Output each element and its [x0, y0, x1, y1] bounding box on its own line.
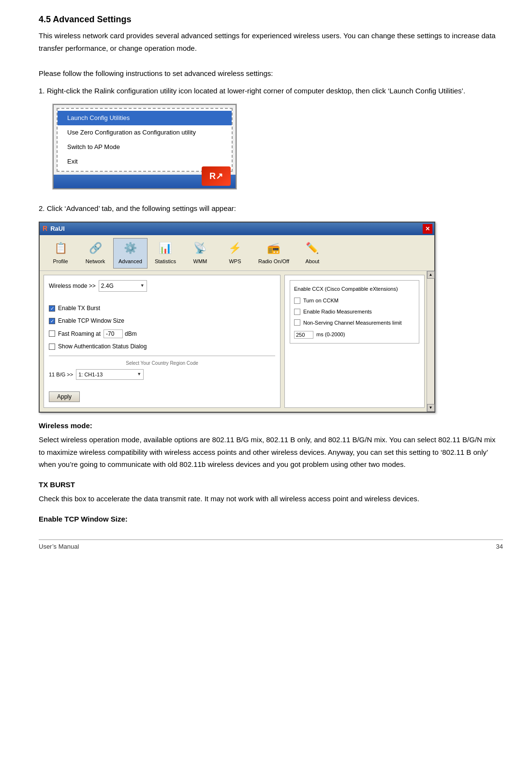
checkbox-fast-roaming-box[interactable]: [49, 330, 55, 337]
network-icon: 🔗: [87, 240, 104, 256]
wireless-mode-dropdown[interactable]: 2.4G ▼: [99, 280, 147, 292]
context-menu-item-switch-ap: Switch to AP Mode: [58, 140, 232, 154]
checkbox-tcp-window: Enable TCP Window Size: [49, 316, 275, 326]
step-1-text: Right-click the Ralink configuration uti…: [47, 87, 465, 95]
toolbar-label-wps: WPS: [229, 257, 241, 266]
toolbar-label-profile: Profile: [53, 257, 68, 266]
country-region-section: Select Your Country Region Code 11 B/G >…: [49, 356, 275, 380]
context-menu-inner: Launch Config Utilities Use Zero Configu…: [57, 108, 233, 172]
statistics-icon: 📊: [157, 240, 174, 256]
ccx-checkbox-cckm: Turn on CCKM: [294, 296, 415, 305]
tx-burst-title: TX BURST: [39, 479, 503, 491]
toolbar-btn-radio[interactable]: 📻 Radio On/Off: [253, 238, 295, 269]
ccx-title: Enable CCX (Cisco Compatible eXtensions): [294, 284, 415, 294]
raui-close-button[interactable]: ✕: [423, 224, 432, 234]
toolbar-label-statistics: Statistics: [155, 257, 176, 266]
scroll-track: [427, 279, 434, 404]
checkbox-fast-roaming: Fast Roaming at dBm: [49, 329, 275, 339]
raui-titlebar: R RaUI ✕: [40, 223, 434, 235]
country-dropdown[interactable]: 1: CH1-13 ▼: [76, 369, 144, 380]
country-dropdown-arrow: ▼: [137, 371, 141, 378]
checkbox-tcp-window-box[interactable]: [49, 318, 55, 324]
country-row: 11 B/G >> 1: CH1-13 ▼: [49, 369, 275, 380]
checkbox-tx-burst-box[interactable]: [49, 305, 55, 312]
step-1: Right-click the Ralink configuration uti…: [39, 85, 503, 197]
about-icon: ✏️: [304, 240, 321, 256]
wireless-mode-section-text: Select wireless operation mode, availabl…: [39, 434, 503, 471]
country-left-label: 11 B/G >>: [49, 370, 73, 379]
toolbar-label-about: About: [306, 257, 320, 266]
raui-logo: R: [43, 223, 47, 235]
wmm-icon: 📡: [192, 240, 209, 256]
toolbar-btn-statistics[interactable]: 📊 Statistics: [148, 238, 182, 269]
wireless-mode-row: Wireless mode >> 2.4G ▼: [49, 280, 275, 292]
wireless-mode-value: 2.4G: [101, 281, 114, 291]
country-value: 1: CH1-13: [78, 370, 103, 379]
footer-right: 34: [496, 543, 503, 550]
ccx-label-radio-measurements: Enable Radio Measurements: [303, 307, 372, 316]
ccx-cb-non-serving[interactable]: [294, 319, 300, 326]
raui-window: R RaUI ✕ 📋 Profile 🔗 Network ⚙️ Advanced: [39, 222, 435, 413]
step-2-text: Click ‘Advanced’ tab, and the following …: [47, 204, 236, 212]
apply-button[interactable]: Apply: [49, 391, 80, 402]
context-menu-icon: R↗: [202, 166, 231, 186]
checkbox-tx-burst: Enable TX Burst: [49, 303, 275, 313]
context-menu-item-zero-config: Use Zero Configuration as Configuration …: [58, 125, 232, 140]
wireless-mode-section-title: Wireless mode:: [39, 419, 503, 432]
toolbar-label-network: Network: [86, 257, 105, 266]
country-divider-label: Select Your Country Region Code: [49, 359, 275, 367]
toolbar-btn-wmm[interactable]: 📡 WMM: [183, 238, 217, 269]
checkbox-auth-dialog: Show Authentication Status Dialog: [49, 342, 275, 351]
ccx-ms-input[interactable]: [294, 331, 313, 339]
toolbar-btn-advanced[interactable]: ⚙️ Advanced: [113, 238, 148, 269]
toolbar-btn-about[interactable]: ✏️ About: [296, 238, 329, 269]
context-menu-screenshot: Launch Config Utilities Use Zero Configu…: [52, 104, 237, 190]
ccx-cb-radio-measurements[interactable]: [294, 309, 300, 315]
raui-scrollbar: ▲ ▼: [427, 271, 434, 412]
ccx-checkbox-non-serving: Non-Serving Channel Measurements limit: [294, 318, 415, 328]
radio-icon: 📻: [265, 240, 282, 256]
toolbar-btn-wps[interactable]: ⚡ WPS: [218, 238, 252, 269]
ccx-ms-label: ms (0-2000): [316, 330, 345, 339]
footer-left: User’s Manual: [39, 543, 79, 550]
context-menu: Launch Config Utilities Use Zero Configu…: [53, 104, 236, 189]
apply-btn-container: Apply: [49, 387, 275, 403]
scroll-up-btn[interactable]: ▲: [427, 271, 435, 279]
raui-title: RaUI: [50, 224, 65, 234]
intro-paragraph-1: This wireless network card provides seve…: [39, 30, 503, 54]
raui-right-panel: Enable CCX (Cisco Compatible eXtensions)…: [284, 275, 425, 408]
context-menu-item-launch: Launch Config Utilities: [58, 111, 232, 125]
advanced-icon: ⚙️: [121, 240, 139, 256]
checkbox-auth-dialog-label: Show Authentication Status Dialog: [58, 342, 147, 351]
wireless-mode-dropdown-arrow: ▼: [140, 282, 145, 289]
toolbar-label-wmm: WMM: [193, 257, 207, 266]
checkbox-fast-roaming-label: Fast Roaming at: [58, 329, 101, 339]
raui-content: Wireless mode >> 2.4G ▼ Enable TX Burst: [40, 271, 434, 412]
page-footer: User’s Manual 34: [39, 539, 503, 550]
scroll-down-btn[interactable]: ▼: [427, 404, 435, 412]
ccx-ms-row: ms (0-2000): [294, 330, 415, 339]
tx-burst-text: Check this box to accelerate the data tr…: [39, 493, 503, 505]
section-title: 4.5 Advanced Settings: [39, 15, 503, 25]
fast-roaming-input[interactable]: [103, 329, 123, 338]
raui-toolbar: 📋 Profile 🔗 Network ⚙️ Advanced 📊 Statis…: [40, 235, 434, 271]
toolbar-label-radio: Radio On/Off: [258, 257, 289, 266]
wireless-mode-label: Wireless mode >>: [49, 281, 96, 291]
fast-roaming-unit: dBm: [125, 329, 137, 339]
ccx-label-non-serving: Non-Serving Channel Measurements limit: [303, 318, 402, 328]
profile-icon: 📋: [52, 240, 69, 256]
toolbar-btn-network[interactable]: 🔗 Network: [78, 238, 112, 269]
raui-left-panel: Wireless mode >> 2.4G ▼ Enable TX Burst: [44, 275, 281, 408]
intro-paragraph-2: Please follow the following instructions…: [39, 67, 503, 80]
step-2: Click ‘Advanced’ tab, and the following …: [39, 202, 503, 412]
checkbox-tcp-window-label: Enable TCP Window Size: [58, 316, 124, 326]
wps-icon: ⚡: [226, 240, 244, 256]
ccx-cb-cckm[interactable]: [294, 298, 300, 304]
tcp-window-title: Enable TCP Window Size:: [39, 513, 503, 525]
ccx-checkbox-radio-measurements: Enable Radio Measurements: [294, 307, 415, 316]
toolbar-btn-profile[interactable]: 📋 Profile: [44, 238, 77, 269]
checkbox-auth-dialog-box[interactable]: [49, 344, 55, 350]
toolbar-label-advanced: Advanced: [118, 257, 142, 266]
ccx-label-cckm: Turn on CCKM: [303, 296, 339, 305]
checkbox-tx-burst-label: Enable TX Burst: [58, 303, 100, 313]
